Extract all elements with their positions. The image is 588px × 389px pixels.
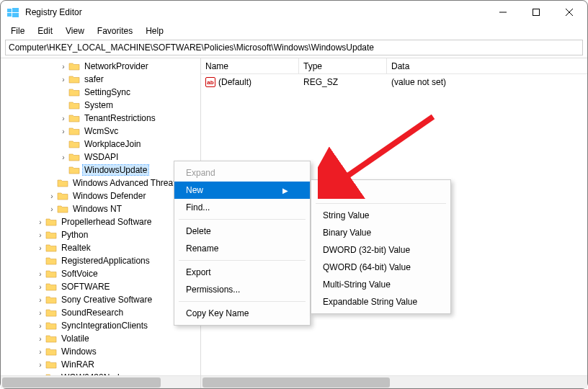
value-data: (value not set) bbox=[387, 77, 450, 87]
tree-node-label: SoundResearch bbox=[60, 308, 125, 318]
expand-toggle-icon[interactable]: › bbox=[58, 63, 68, 71]
ctx-new-qword[interactable]: QWORD (64-bit) Value bbox=[311, 259, 450, 276]
tree-node[interactable]: WorkplaceJoin bbox=[1, 138, 200, 151]
tree-node[interactable]: ›Windows NT bbox=[1, 202, 200, 215]
expand-toggle-icon[interactable]: › bbox=[35, 361, 45, 369]
value-name: (Default) bbox=[218, 77, 251, 87]
tree-node[interactable]: ›WSDAPI bbox=[1, 151, 200, 164]
ctx-new-dword[interactable]: DWORD (32-bit) Value bbox=[311, 241, 450, 259]
tree-node[interactable]: ›Windows bbox=[1, 345, 200, 358]
folder-icon bbox=[57, 191, 68, 201]
tree-node[interactable]: System bbox=[1, 99, 200, 112]
tree-node[interactable]: ›Sony Creative Software bbox=[1, 293, 200, 306]
ctx-find[interactable]: Find... bbox=[174, 199, 310, 216]
folder-icon bbox=[57, 204, 68, 214]
tree-node[interactable]: ›Python bbox=[1, 228, 200, 241]
tree-node[interactable]: ›Windows Defender bbox=[1, 189, 200, 202]
tree-node[interactable]: WindowsUpdate bbox=[1, 164, 200, 176]
expand-toggle-icon[interactable]: › bbox=[35, 296, 45, 304]
tree-node[interactable]: ›Propellerhead Software bbox=[1, 215, 200, 228]
expand-toggle-icon[interactable]: › bbox=[58, 153, 68, 161]
titlebar: Registry Editor bbox=[1, 1, 587, 24]
tree-node-label: RegisteredApplications bbox=[60, 256, 151, 266]
folder-icon bbox=[45, 308, 57, 318]
close-button[interactable] bbox=[553, 1, 586, 24]
expand-toggle-icon[interactable]: › bbox=[35, 322, 45, 330]
list-row[interactable]: ab (Default) REG_SZ (value not set) bbox=[201, 76, 587, 89]
folder-icon bbox=[68, 152, 80, 162]
expand-toggle-icon[interactable]: › bbox=[35, 335, 45, 343]
folder-icon bbox=[68, 126, 80, 136]
tree-node[interactable]: ›SoundResearch bbox=[1, 306, 200, 319]
address-bar[interactable]: Computer\HKEY_LOCAL_MACHINE\SOFTWARE\Pol… bbox=[5, 40, 583, 55]
menu-file[interactable]: File bbox=[5, 25, 30, 37]
ctx-new-binary[interactable]: Binary Value bbox=[311, 224, 450, 241]
svg-rect-2 bbox=[7, 13, 12, 17]
expand-toggle-icon[interactable]: › bbox=[35, 348, 45, 356]
separator bbox=[179, 260, 306, 261]
tree-hscrollbar[interactable] bbox=[1, 375, 200, 388]
ctx-new-key[interactable]: Key bbox=[311, 183, 450, 200]
tree-node[interactable]: RegisteredApplications bbox=[1, 254, 200, 267]
tree-node[interactable]: ›SoftVoice bbox=[1, 267, 200, 280]
tree-node[interactable]: ›WcmSvc bbox=[1, 125, 200, 138]
expand-toggle-icon[interactable]: › bbox=[35, 231, 45, 239]
expand-toggle-icon[interactable]: › bbox=[58, 128, 68, 135]
tree-node-label: Windows bbox=[60, 346, 98, 357]
menu-favorites[interactable]: Favorites bbox=[92, 25, 138, 37]
folder-icon bbox=[68, 165, 80, 175]
tree-node[interactable]: SettingSync bbox=[1, 86, 200, 99]
tree-pane: ›NetworkProvider›saferSettingSyncSystem›… bbox=[1, 58, 201, 388]
ctx-rename[interactable]: Rename bbox=[174, 240, 310, 257]
ctx-new-multi-string[interactable]: Multi-String Value bbox=[311, 276, 450, 293]
list-header: Name Type Data bbox=[201, 58, 587, 74]
expand-toggle-icon[interactable]: › bbox=[35, 270, 45, 278]
tree-node[interactable]: Windows Advanced Threat Protection bbox=[1, 176, 200, 189]
expand-toggle-icon[interactable]: › bbox=[35, 283, 45, 291]
tree-node[interactable]: ›SOFTWARE bbox=[1, 280, 200, 293]
tree-node[interactable]: ›SyncIntegrationClients bbox=[1, 319, 200, 332]
tree-node[interactable]: ›WinRAR bbox=[1, 358, 200, 371]
tree-node[interactable]: ›Realtek bbox=[1, 241, 200, 254]
ctx-copy-key-name[interactable]: Copy Key Name bbox=[174, 305, 310, 322]
tree-node-label: TenantRestrictions bbox=[83, 113, 157, 123]
col-header-name[interactable]: Name bbox=[201, 58, 299, 73]
tree-node-label: SOFTWARE bbox=[60, 282, 112, 292]
tree-node[interactable]: ›NetworkProvider bbox=[1, 60, 200, 73]
app-icon bbox=[6, 6, 19, 19]
expand-toggle-icon[interactable]: › bbox=[35, 218, 45, 226]
folder-icon bbox=[45, 243, 57, 253]
window-title: Registry Editor bbox=[25, 7, 82, 17]
menu-edit[interactable]: Edit bbox=[32, 25, 58, 37]
ctx-permissions[interactable]: Permissions... bbox=[174, 281, 310, 298]
ctx-delete[interactable]: Delete bbox=[174, 223, 310, 240]
ctx-new-string[interactable]: String Value bbox=[311, 207, 450, 224]
expand-toggle-icon[interactable]: › bbox=[58, 76, 68, 84]
string-value-icon: ab bbox=[205, 77, 215, 87]
minimize-button[interactable] bbox=[486, 1, 520, 24]
ctx-expand: Expand bbox=[174, 164, 310, 182]
tree-node[interactable]: ›Volatile bbox=[1, 332, 200, 345]
tree-node-label: Realtek bbox=[60, 243, 92, 253]
ctx-new-expandable-string[interactable]: Expandable String Value bbox=[311, 293, 450, 310]
expand-toggle-icon[interactable]: › bbox=[47, 192, 57, 200]
expand-toggle-icon[interactable]: › bbox=[35, 309, 45, 317]
ctx-export[interactable]: Export bbox=[174, 264, 310, 281]
tree-node-label: WinRAR bbox=[60, 359, 96, 370]
expand-toggle-icon[interactable]: › bbox=[35, 244, 45, 252]
maximize-button[interactable] bbox=[520, 1, 553, 24]
list-hscrollbar[interactable] bbox=[201, 375, 587, 388]
col-header-type[interactable]: Type bbox=[299, 58, 387, 73]
folder-icon bbox=[45, 321, 57, 331]
menu-help[interactable]: Help bbox=[140, 25, 169, 37]
expand-toggle-icon[interactable]: › bbox=[47, 205, 57, 213]
tree-node-label: SyncIntegrationClients bbox=[60, 321, 149, 331]
tree-node[interactable]: ›TenantRestrictions bbox=[1, 112, 200, 125]
tree-view[interactable]: ›NetworkProvider›saferSettingSyncSystem›… bbox=[1, 58, 200, 375]
ctx-new[interactable]: New ▶ bbox=[174, 182, 310, 199]
menu-view[interactable]: View bbox=[60, 25, 90, 37]
col-header-data[interactable]: Data bbox=[387, 58, 587, 73]
expand-toggle-icon[interactable]: › bbox=[58, 115, 68, 122]
tree-node[interactable]: ›safer bbox=[1, 73, 200, 86]
separator bbox=[316, 203, 446, 204]
